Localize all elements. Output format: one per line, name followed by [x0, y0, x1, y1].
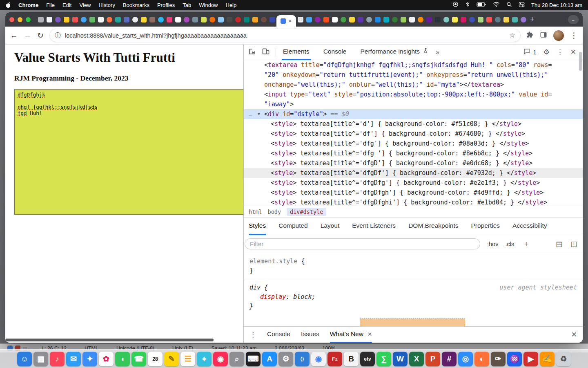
browser-tab[interactable]	[122, 12, 131, 27]
ua-rule-selector[interactable]: user agent stylesheetdiv {	[249, 283, 577, 292]
site-info-icon[interactable]: ⓘ	[55, 31, 61, 39]
extensions-puzzle-icon[interactable]	[526, 31, 534, 40]
browser-tab[interactable]	[105, 12, 114, 27]
forward-icon[interactable]: →	[24, 31, 31, 40]
menubar-item[interactable]: Window	[199, 2, 218, 8]
browser-tab[interactable]	[485, 12, 493, 27]
dock-item-app-store[interactable]: A	[262, 352, 277, 366]
browser-tab[interactable]	[296, 12, 305, 27]
reload-icon[interactable]: ↻	[37, 31, 44, 40]
spotlight-icon[interactable]	[506, 2, 512, 9]
browser-tab[interactable]	[131, 12, 139, 27]
devtools-tab[interactable]: Elements	[282, 45, 311, 60]
code-line[interactable]: <style> textarea[title^='dfgD'] { backgr…	[244, 158, 583, 168]
code-line[interactable]: …▼<div id="dstyle"> == $0	[244, 109, 583, 119]
devtools-settings-icon[interactable]: ⚙	[543, 48, 550, 56]
issues-bubble-icon[interactable]	[523, 48, 530, 57]
browser-tab[interactable]	[96, 12, 105, 27]
browser-tab[interactable]	[382, 12, 390, 27]
sidebar-toggle-icon[interactable]: ◫	[570, 240, 577, 248]
url-text[interactable]: localhost:8888/value_starts_with.html?jh…	[65, 32, 505, 39]
browser-tab[interactable]	[493, 12, 502, 27]
dock-item-numbers[interactable]: ∑	[376, 352, 391, 366]
code-line[interactable]: "20" onkeydown="return tuttifrutti(event…	[244, 70, 583, 80]
browser-tab[interactable]	[79, 12, 88, 27]
browser-tab[interactable]	[442, 12, 450, 27]
devtools-close-icon[interactable]: ✕	[570, 48, 576, 56]
tab-search-button[interactable]: ⌄	[568, 15, 579, 24]
devtools-vscrollbar[interactable]	[579, 52, 582, 71]
wifi-icon[interactable]	[493, 2, 500, 8]
browser-tab[interactable]	[373, 12, 382, 27]
dock-item-word[interactable]: W	[393, 352, 408, 366]
browser-tab[interactable]	[510, 12, 519, 27]
drawer-tab[interactable]: What's New✕	[330, 327, 372, 343]
active-tab[interactable]: ✕	[276, 15, 296, 27]
side-panel-icon[interactable]	[540, 31, 547, 40]
code-line[interactable]: <style> textarea[title^='d'] { backgroun…	[244, 119, 583, 129]
browser-tab[interactable]	[339, 12, 347, 27]
browser-tab[interactable]	[476, 12, 485, 27]
browser-tab[interactable]	[347, 12, 356, 27]
dock-item-maps[interactable]: ⌖	[197, 352, 212, 366]
close-icon[interactable]: ✕	[368, 331, 372, 337]
styles-sidebar-tab[interactable]: Computed	[278, 217, 308, 235]
browser-tab[interactable]	[322, 12, 330, 27]
devtools-tab[interactable]: Performance insights	[359, 45, 430, 60]
browser-tab[interactable]	[36, 12, 45, 27]
dock-item-trash[interactable]: ♻	[556, 352, 571, 366]
browser-tab[interactable]	[114, 12, 122, 27]
browser-tab[interactable]	[45, 12, 53, 27]
dock-item-gimp[interactable]: ✑	[491, 352, 506, 366]
styles-sidebar-tab[interactable]: Accessibility	[512, 217, 547, 235]
browser-tab[interactable]	[425, 12, 433, 27]
cls-toggle[interactable]: .cls	[505, 241, 514, 247]
browser-tab[interactable]	[156, 12, 165, 27]
dock-item-powerpoint[interactable]: P	[425, 352, 440, 366]
browser-tab[interactable]	[182, 12, 191, 27]
styles-sidebar-tab[interactable]: Properties	[471, 217, 500, 235]
dock-item-finder[interactable]: ☺	[17, 352, 32, 366]
dock-item-docker[interactable]: ♒	[507, 352, 522, 366]
back-icon[interactable]: ←	[10, 31, 18, 40]
browser-tab[interactable]	[356, 12, 365, 27]
browser-tab[interactable]	[53, 12, 62, 27]
code-line[interactable]: <input type="text" style="position:absol…	[244, 90, 583, 99]
code-line[interactable]: <style> textarea[title^='df'] { backgrou…	[244, 129, 583, 139]
drawer-menu-icon[interactable]: ⋮	[249, 330, 256, 339]
close-tab-icon[interactable]: ✕	[288, 18, 292, 24]
dock-item-terminal[interactable]: ⌨	[246, 352, 261, 366]
menubar-item[interactable]: Tab	[183, 2, 191, 8]
dock-item-photo-booth[interactable]: ◉	[213, 352, 228, 366]
menubar-item[interactable]: File	[46, 2, 55, 8]
browser-tab[interactable]	[450, 12, 459, 27]
menubar-item[interactable]: History	[98, 2, 115, 8]
menubar-item[interactable]: Help	[226, 2, 237, 8]
dock-item-mail[interactable]: ✉	[66, 352, 81, 366]
browser-tab[interactable]	[519, 12, 528, 27]
browser-tab[interactable]	[199, 12, 208, 27]
device-toolbar-icon[interactable]	[262, 47, 270, 57]
drawer-tab[interactable]: Console	[267, 327, 290, 343]
dock-item-photos[interactable]: ✿	[99, 352, 114, 366]
browser-tab[interactable]	[459, 12, 468, 27]
dock-item-firefox[interactable]: ◐	[474, 352, 489, 366]
dock-item-vscode[interactable]: ⟨⟩	[295, 352, 310, 366]
styles-sidebar-tab[interactable]: Event Listeners	[352, 217, 396, 235]
code-line[interactable]: <style> textarea[title^='dfgDf'] { backg…	[244, 168, 583, 178]
browser-tab[interactable]	[71, 12, 79, 27]
profile-avatar[interactable]	[553, 30, 564, 41]
dock-item-safari[interactable]: ✦	[82, 352, 97, 366]
record-icon[interactable]	[452, 1, 459, 9]
dock-item-facetime[interactable]: ☎	[131, 352, 146, 366]
new-style-rule-icon[interactable]: +	[524, 240, 528, 249]
new-tab-button[interactable]: +	[530, 15, 535, 24]
browser-tab[interactable]	[174, 12, 182, 27]
hov-toggle[interactable]: :hov	[487, 241, 498, 247]
control-center-icon[interactable]	[519, 2, 525, 9]
page-hscrollbar[interactable]	[5, 339, 243, 342]
devtools-menu-icon[interactable]: ⋮	[557, 48, 564, 56]
browser-tab[interactable]	[208, 12, 216, 27]
code-line[interactable]: <textarea title="dfgDfghjknhgf fggfhkl;;…	[244, 60, 583, 70]
apple-logo-icon[interactable]	[6, 2, 11, 8]
